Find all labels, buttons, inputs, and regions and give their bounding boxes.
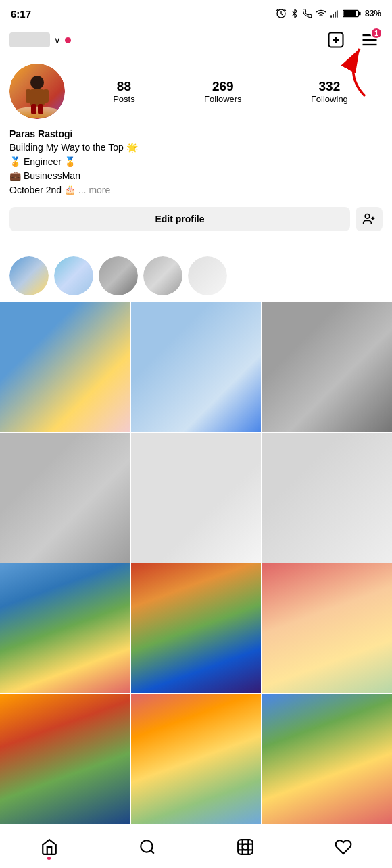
display-name: Paras Rastogi	[9, 128, 383, 139]
svg-point-29	[242, 844, 248, 850]
story-circle-1[interactable]	[9, 256, 49, 295]
story-item[interactable]	[188, 256, 227, 295]
story-circle-3[interactable]	[99, 256, 138, 295]
signal-icon	[330, 9, 339, 18]
person-plus-icon	[362, 212, 376, 226]
nav-left: ∨	[9, 32, 71, 47]
grid-post-5[interactable]	[131, 694, 261, 824]
svg-rect-19	[26, 89, 31, 103]
followers-label: Followers	[204, 94, 242, 104]
partial-post-3[interactable]	[262, 302, 392, 432]
partial-post-6[interactable]	[262, 433, 392, 563]
profile-buttons: Edit profile	[9, 207, 383, 231]
bluetooth-icon	[290, 9, 299, 18]
home-icon	[41, 838, 58, 856]
activity-dot	[65, 37, 71, 43]
post-grid-section	[0, 563, 392, 868]
bottom-nav	[0, 825, 392, 868]
svg-point-23	[365, 214, 370, 219]
story-item[interactable]	[9, 256, 49, 295]
home-nav-button[interactable]	[29, 838, 70, 856]
grid-post-2[interactable]	[131, 563, 261, 693]
bio-line-4: October 2nd 🎂 ... more	[9, 183, 383, 197]
svg-point-16	[14, 107, 61, 118]
svg-line-27	[151, 850, 154, 854]
partial-post-1[interactable]	[0, 302, 130, 432]
partial-post-4[interactable]	[0, 433, 130, 563]
stories-row	[0, 249, 392, 302]
add-person-button[interactable]	[356, 207, 383, 231]
svg-rect-1	[330, 15, 332, 18]
followers-stat[interactable]: 269 Followers	[204, 79, 242, 104]
battery-percent: 83%	[365, 9, 381, 18]
status-bar: 6:17 83%	[0, 0, 392, 24]
status-time: 6:17	[11, 8, 31, 20]
bio-line-3: 💼 BusinessMan	[9, 169, 383, 183]
arrow-annotation	[324, 42, 378, 105]
posts-count: 88	[117, 79, 131, 94]
svg-rect-6	[359, 12, 361, 16]
story-item[interactable]	[99, 256, 138, 295]
bio-line-1: Building My Way to the Top 🌟	[9, 141, 383, 155]
svg-rect-28	[238, 840, 253, 854]
story-item[interactable]	[143, 256, 182, 295]
grid-post-6[interactable]	[262, 694, 392, 824]
notification-badge: 1	[370, 27, 383, 39]
svg-rect-7	[343, 11, 356, 16]
grid-post-4[interactable]	[0, 694, 130, 824]
heart-icon	[335, 838, 352, 856]
status-icons: 83%	[276, 8, 381, 19]
partial-post-5[interactable]	[131, 433, 261, 563]
bio-section: Paras Rastogi Building My Way to the Top…	[9, 128, 383, 197]
grid-post-1[interactable]	[0, 563, 130, 693]
partial-grid-top	[0, 302, 392, 563]
alarm-icon	[276, 8, 287, 19]
bio-more[interactable]: ... more	[78, 185, 110, 195]
battery-icon	[343, 9, 362, 18]
svg-point-26	[141, 840, 152, 852]
username-redacted	[9, 32, 50, 47]
grid-post-3[interactable]	[262, 563, 392, 693]
svg-rect-21	[31, 104, 36, 114]
story-circle-5[interactable]	[188, 256, 227, 295]
svg-rect-3	[335, 12, 336, 18]
reels-icon	[237, 838, 254, 856]
posts-label: Posts	[113, 94, 135, 104]
story-circle-4[interactable]	[143, 256, 182, 295]
story-circle-2[interactable]	[54, 256, 93, 295]
post-grid	[0, 563, 392, 868]
home-active-dot	[47, 857, 51, 860]
reels-nav-button[interactable]	[225, 838, 266, 856]
activity-nav-button[interactable]	[323, 838, 364, 856]
svg-rect-18	[30, 89, 45, 106]
svg-rect-4	[337, 10, 338, 17]
wifi-icon	[316, 8, 326, 19]
avatar[interactable]	[9, 64, 65, 119]
svg-rect-2	[333, 14, 334, 18]
partial-post-2[interactable]	[131, 302, 261, 432]
svg-rect-20	[43, 89, 49, 103]
dropdown-arrow[interactable]: ∨	[54, 35, 61, 45]
svg-rect-22	[38, 104, 43, 114]
followers-count: 269	[212, 79, 234, 94]
svg-point-17	[30, 76, 44, 89]
search-nav-button[interactable]	[127, 838, 168, 856]
posts-stat[interactable]: 88 Posts	[113, 79, 135, 104]
edit-profile-button[interactable]: Edit profile	[9, 207, 350, 231]
phone-icon	[303, 9, 312, 18]
avatar-svg	[9, 64, 65, 119]
bio-line-2: 🏅 Engineer 🏅	[9, 155, 383, 169]
search-icon	[139, 838, 156, 856]
avatar-image	[9, 64, 65, 119]
username-block[interactable]: ∨	[9, 32, 61, 47]
story-item[interactable]	[54, 256, 93, 295]
